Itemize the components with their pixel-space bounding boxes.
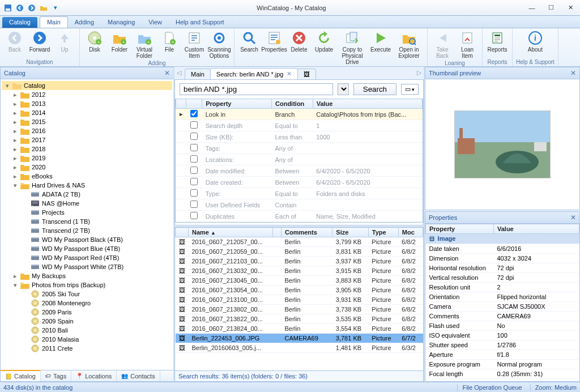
arrow-left-icon — [7, 31, 22, 45]
ribbon-group-caption: Loaning — [445, 60, 465, 67]
virtual-folder-button[interactable]: +Virtual Folder — [133, 29, 156, 60]
disk-button[interactable]: +Disk — [83, 29, 106, 54]
about-button[interactable]: iAbout — [524, 29, 547, 54]
svg-text:+: + — [147, 40, 150, 45]
svg-text:+: + — [172, 40, 174, 45]
custom-item-icon — [187, 31, 202, 45]
back-button: Back — [3, 29, 26, 54]
svg-line-21 — [251, 40, 255, 44]
ribbon-group-caption: Adding — [148, 60, 165, 67]
svg-rect-1 — [6, 8, 10, 11]
back2-icon — [435, 31, 450, 45]
copy-icon — [345, 31, 360, 45]
loan-item-button[interactable]: Loan Item — [456, 29, 479, 60]
qat-dropdown-icon[interactable]: ▾ — [50, 3, 61, 13]
minimize-button[interactable]: — — [522, 2, 541, 14]
tab-help-and-support[interactable]: Help and Support — [169, 17, 231, 28]
titlebar: ▾ WinCatalog - My Catalog — ☐ ✕ — [0, 0, 580, 16]
qat-back-icon[interactable] — [15, 3, 25, 13]
tab-file[interactable]: Catalog — [2, 17, 37, 28]
explorer-icon — [402, 31, 416, 45]
tab-managing[interactable]: Managing — [101, 17, 142, 28]
svg-line-28 — [414, 43, 416, 45]
execute-button[interactable]: Execute — [369, 29, 392, 54]
svg-point-19 — [218, 36, 221, 40]
close-button[interactable]: ✕ — [561, 2, 580, 14]
tab-view[interactable]: View — [142, 17, 169, 28]
maximize-button[interactable]: ☐ — [541, 2, 561, 14]
folder-button[interactable]: +Folder — [108, 29, 131, 54]
up-button: Up — [53, 29, 76, 54]
copy-to-drive-button[interactable]: Copy to Physical Drive — [338, 29, 367, 66]
window-title: WinCatalog - My Catalog — [61, 5, 522, 11]
qat-save-icon[interactable] — [3, 3, 13, 13]
reports-button[interactable]: Reports — [486, 29, 509, 54]
svg-text:+: + — [122, 40, 125, 45]
disk-icon: + — [87, 31, 102, 45]
update-button[interactable]: Update — [313, 29, 335, 54]
svg-rect-31 — [494, 35, 500, 36]
open-in-explorer-button[interactable]: Open in Explorer — [394, 29, 424, 60]
search-icon — [242, 31, 257, 45]
delete-icon — [292, 31, 306, 45]
file-button[interactable]: +File — [158, 29, 181, 54]
ribbon-tabs: Catalog MainAddingManagingViewHelp and S… — [0, 16, 580, 28]
svg-point-20 — [244, 33, 252, 41]
svg-text:i: i — [534, 33, 536, 42]
folder-add-icon: + — [112, 31, 127, 45]
refresh-icon — [317, 31, 331, 45]
tab-main[interactable]: Main — [40, 16, 68, 28]
svg-rect-6 — [63, 39, 66, 42]
search-button[interactable]: Search — [238, 29, 261, 54]
report-icon — [490, 31, 505, 45]
forward-button[interactable]: Forward — [28, 29, 51, 54]
run-icon — [373, 31, 388, 45]
properties-button[interactable]: Properties — [263, 29, 285, 54]
tab-adding[interactable]: Adding — [68, 17, 101, 28]
custom-item-button[interactable]: Custom Item — [183, 29, 206, 60]
arrow-right-icon — [32, 31, 47, 45]
ribbon-group-caption: Navigation — [26, 59, 53, 66]
file-add-icon: + — [162, 31, 177, 45]
svg-point-3 — [28, 5, 35, 11]
arrow-up-icon — [57, 31, 72, 45]
ribbon-group-caption: Reports — [487, 59, 507, 66]
svg-point-5 — [33, 32, 46, 44]
svg-point-2 — [16, 5, 23, 11]
about-icon: i — [528, 31, 543, 45]
svg-point-23 — [276, 40, 280, 44]
take-back-button: Take Back — [431, 29, 454, 60]
gear-icon — [212, 31, 227, 45]
svg-text:+: + — [97, 40, 100, 45]
loan-icon — [460, 31, 475, 45]
svg-point-8 — [93, 36, 96, 40]
ribbon-group-caption: Help & Support — [516, 59, 555, 66]
qat-forward-icon[interactable] — [27, 3, 37, 13]
vfolder-icon: + — [137, 31, 152, 45]
delete-button[interactable]: Delete — [288, 29, 310, 54]
ribbon: BackForwardUpNavigation+Disk+Folder+Virt… — [0, 28, 580, 67]
qat-folder-icon[interactable] — [39, 3, 49, 13]
svg-point-4 — [8, 32, 21, 44]
props-icon — [267, 31, 282, 45]
scanning-options-button[interactable]: Scanning Options — [208, 29, 231, 60]
